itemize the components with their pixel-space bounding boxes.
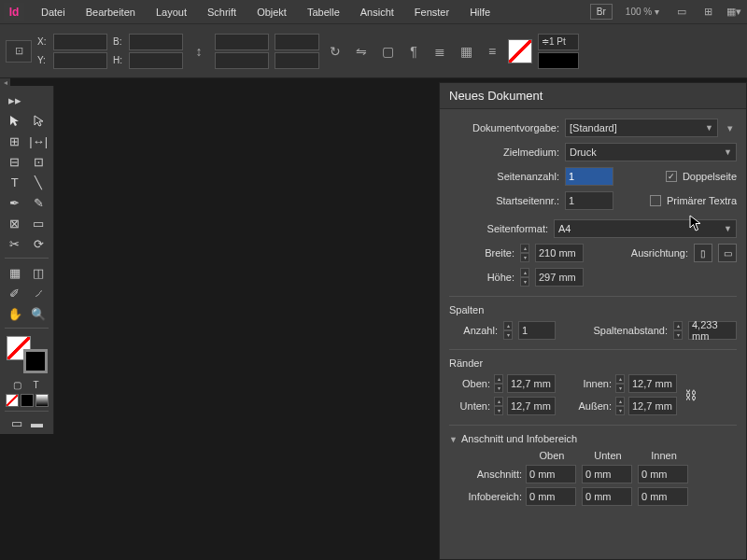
gap-tool[interactable]: |↔| — [27, 131, 51, 151]
free-transform-tool[interactable]: ⟳ — [27, 233, 51, 254]
slug-inside-input[interactable]: 0 mm — [638, 487, 688, 506]
fill-swatch-none[interactable] — [508, 39, 532, 63]
gutter-spinner[interactable]: ▴▾ — [673, 321, 683, 340]
page-tool[interactable]: ⊞ — [3, 131, 27, 151]
rotate-90-cw-icon[interactable]: ↻ — [325, 41, 345, 62]
content-icon[interactable]: ▢ — [377, 41, 398, 62]
pen-tool[interactable]: ✒ — [3, 192, 27, 213]
slug-bottom-input[interactable]: 0 mm — [582, 487, 632, 506]
facing-pages-checkbox[interactable]: ✓ — [666, 171, 677, 182]
line-tool[interactable]: ╲ — [27, 172, 51, 192]
text-columns-icon[interactable]: ≣ — [430, 41, 450, 62]
disclose-bleed-icon[interactable]: ▼ — [449, 435, 458, 444]
note-tool[interactable]: ✐ — [3, 283, 27, 303]
menu-help[interactable]: Hilfe — [460, 3, 500, 21]
align-icon[interactable]: ≡ — [482, 41, 502, 62]
apply-gradient-icon[interactable] — [35, 394, 49, 407]
preview-mode-icon[interactable]: ▬ — [29, 415, 46, 430]
hand-tool[interactable]: ✋ — [3, 303, 27, 324]
menu-table[interactable]: Tabelle — [298, 3, 349, 21]
zoom-dropdown[interactable]: 100 % ▾ — [620, 5, 665, 19]
bleed-bottom-input[interactable]: 0 mm — [582, 465, 632, 483]
content-placer-tool[interactable]: ⊡ — [27, 151, 51, 172]
rectangle-frame-tool[interactable]: ⊠ — [3, 213, 27, 233]
bleed-top-input[interactable]: 0 mm — [526, 465, 576, 483]
margin-inside-input[interactable]: 12,7 mm — [628, 374, 677, 393]
primary-textframe-checkbox[interactable] — [650, 195, 661, 206]
margin-bottom-input[interactable]: 12,7 mm — [507, 397, 556, 415]
menu-window[interactable]: Fenster — [405, 3, 458, 21]
menu-object[interactable]: Objekt — [247, 3, 296, 21]
margin-top-input[interactable]: 12,7 mm — [507, 374, 556, 393]
flip-icon[interactable]: ⇋ — [351, 41, 372, 62]
selection-tool[interactable] — [3, 110, 27, 131]
intent-dropdown[interactable]: Druck▼ — [565, 143, 737, 161]
orientation-portrait-button[interactable]: ▯ — [694, 244, 712, 262]
stroke-style-input[interactable] — [538, 52, 579, 69]
height-input[interactable]: 297 mm — [535, 268, 584, 287]
startpage-input[interactable]: 1 — [565, 191, 613, 210]
slug-top-input[interactable]: 0 mm — [526, 487, 576, 506]
panel-expand-tab[interactable]: ◂ — [0, 78, 10, 86]
scale-y-input[interactable] — [215, 52, 269, 69]
gutter-label: Spaltenabstand: — [593, 325, 668, 336]
margin-outside-input[interactable]: 12,7 mm — [628, 397, 677, 415]
w-input[interactable] — [129, 34, 183, 50]
menu-layout[interactable]: Layout — [147, 3, 196, 21]
gutter-input[interactable]: 4,233 mm — [688, 321, 737, 340]
zoom-tool[interactable]: 🔍 — [27, 303, 51, 324]
gradient-swatch-tool[interactable]: ▦ — [3, 262, 27, 283]
text-wrap-icon[interactable]: ▦ — [456, 41, 476, 62]
apply-none-icon[interactable] — [6, 394, 19, 407]
width-spinner[interactable]: ▴▾ — [520, 244, 529, 262]
bridge-button[interactable]: Br — [590, 4, 613, 20]
link-margins-icon[interactable]: ⛓ — [684, 388, 697, 402]
h-input[interactable] — [129, 52, 183, 69]
menu-view[interactable]: Ansicht — [351, 3, 403, 21]
margin-inside-spinner[interactable]: ▴▾ — [615, 374, 625, 393]
paragraph-icon[interactable]: ¶ — [403, 41, 424, 62]
margin-top-spinner[interactable]: ▴▾ — [494, 374, 503, 393]
x-input[interactable] — [53, 34, 107, 50]
format-dropdown[interactable]: A4▼ — [554, 219, 737, 238]
menu-edit[interactable]: Bearbeiten — [77, 3, 145, 21]
workspace-icon[interactable]: ▦▾ — [725, 4, 743, 21]
direct-selection-tool[interactable] — [27, 110, 51, 131]
preset-dropdown[interactable]: [Standard]▼ — [565, 119, 718, 137]
margin-bottom-spinner[interactable]: ▴▾ — [494, 397, 503, 415]
apply-color-icon[interactable] — [21, 394, 34, 407]
menu-file[interactable]: Datei — [32, 3, 75, 21]
eyedropper-tool[interactable]: ⟋ — [27, 283, 51, 303]
scissors-tool[interactable]: ✂ — [3, 233, 27, 254]
arrange-icon[interactable]: ⊞ — [698, 4, 717, 21]
bleed-inside-input[interactable]: 0 mm — [638, 465, 688, 483]
bleed-col-inside: Innen — [636, 450, 692, 461]
colcount-input[interactable]: 1 — [518, 321, 556, 340]
formatting-text-icon[interactable]: T — [29, 377, 44, 392]
preset-save-icon[interactable]: ▾ — [724, 122, 737, 134]
menu-type[interactable]: Schrift — [198, 3, 246, 21]
fill-stroke-control[interactable] — [7, 336, 48, 373]
rectangle-tool[interactable]: ▭ — [27, 213, 51, 233]
width-input[interactable]: 210 mm — [535, 244, 584, 262]
normal-view-icon[interactable]: ▭ — [8, 415, 25, 430]
stroke-color-icon[interactable] — [23, 349, 48, 373]
height-spinner[interactable]: ▴▾ — [520, 268, 529, 287]
colcount-spinner[interactable]: ▴▾ — [503, 321, 513, 340]
orientation-landscape-button[interactable]: ▭ — [718, 244, 737, 262]
scale-x-input[interactable] — [215, 34, 269, 50]
stroke-weight-input[interactable]: ≑ 1 Pt — [538, 34, 579, 50]
pencil-tool[interactable]: ✎ — [27, 192, 51, 213]
screen-mode-icon[interactable]: ▭ — [672, 4, 691, 21]
constrain-icon[interactable]: ↕ — [189, 41, 209, 62]
ref-point-icon[interactable]: ⊡ — [6, 40, 32, 63]
shear-input[interactable] — [275, 52, 319, 69]
rotate-input[interactable] — [275, 34, 319, 50]
pages-input[interactable]: 1 — [565, 167, 613, 186]
margin-outside-spinner[interactable]: ▴▾ — [615, 397, 625, 415]
gradient-feather-tool[interactable]: ◫ — [27, 262, 51, 283]
content-collector-tool[interactable]: ⊟ — [3, 151, 27, 172]
formatting-container-icon[interactable]: ▢ — [10, 377, 25, 392]
type-tool[interactable]: T — [3, 172, 27, 192]
y-input[interactable] — [53, 52, 107, 69]
